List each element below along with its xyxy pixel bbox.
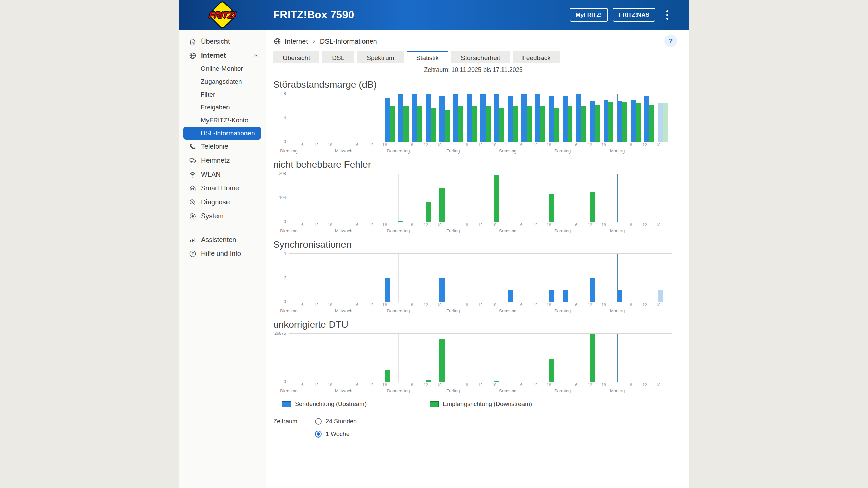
- sidebar-item-label: Hilfe und Info: [201, 250, 260, 258]
- hour-label: 12: [314, 223, 318, 227]
- gridline: [289, 358, 672, 358]
- hour-label: 6: [356, 223, 358, 227]
- y-axis-label: 4: [284, 115, 286, 120]
- sidebar-item-assistenten[interactable]: Assistenten: [179, 233, 266, 247]
- sidebar-item-wlan[interactable]: WLAN: [179, 167, 266, 181]
- fritz-logo-text: FRITZ!: [209, 10, 237, 20]
- y-axis-label: 8: [284, 91, 286, 96]
- hour-label: 18: [328, 143, 332, 147]
- bar-downstream: [636, 103, 641, 142]
- hour-label: 12: [423, 143, 428, 147]
- hour-label: 6: [630, 303, 632, 307]
- sidebar-item-uebersicht[interactable]: Übersicht: [179, 35, 266, 48]
- chart-title: Störabstandsmarge (dB): [273, 79, 689, 90]
- radio-1-woche[interactable]: 1 Woche: [315, 430, 357, 439]
- day-label: Mittwoch: [335, 228, 352, 233]
- y-axis-label: 0: [284, 139, 286, 144]
- radio-option-label: 24 Stunden: [326, 418, 357, 425]
- sidebar-item-filter[interactable]: Filter: [183, 88, 261, 101]
- globe-icon: [189, 52, 197, 60]
- bar-upstream: [508, 96, 513, 142]
- day-label: Dienstag: [280, 228, 297, 233]
- hour-label: 12: [533, 223, 537, 227]
- day-label: Mittwoch: [335, 388, 352, 393]
- sidebar-item-myfritz-konto[interactable]: MyFRITZ!-Konto: [183, 114, 261, 127]
- myfritz-button[interactable]: MyFRITZ!: [570, 8, 608, 22]
- bar-downstream: [581, 106, 586, 142]
- bar-upstream: [508, 290, 513, 302]
- sidebar-item-online-monitor[interactable]: Online-Monitor: [183, 62, 261, 75]
- day-label: Freitag: [446, 228, 460, 233]
- hour-label: 12: [478, 143, 482, 147]
- sidebar-item-hilfe-und-info[interactable]: ? Hilfe und Info: [179, 247, 266, 261]
- sidebar-item-dsl-informationen[interactable]: DSL-Informationen: [183, 127, 261, 140]
- day-gridline: [344, 334, 344, 382]
- tab-spektrum[interactable]: Spektrum: [357, 51, 403, 63]
- tab-dsl[interactable]: DSL: [322, 51, 354, 63]
- radio-24-stunden[interactable]: 24 Stunden: [315, 417, 357, 426]
- hour-label: 18: [492, 383, 496, 387]
- hour-label: 6: [411, 223, 413, 227]
- sidebar-item-label: WLAN: [201, 170, 260, 178]
- day-label: Montag: [610, 308, 625, 313]
- gridline: [289, 370, 672, 370]
- sidebar-divider: [184, 228, 260, 228]
- day-gridline: [453, 254, 453, 302]
- bar-downstream: [403, 106, 409, 142]
- hour-label: 18: [547, 303, 551, 307]
- hour-label: 6: [411, 303, 413, 307]
- resync-marker-line: [617, 334, 618, 382]
- downstream-swatch-icon: [430, 401, 439, 407]
- day-label: Samstag: [499, 388, 516, 393]
- chevron-up-icon: [252, 52, 260, 60]
- tab-stoersicherheit[interactable]: Störsicherheit: [451, 51, 510, 63]
- sidebar-item-heimnetz[interactable]: Heimnetz: [179, 154, 266, 167]
- gridline: [289, 290, 672, 290]
- hour-label: 6: [466, 383, 468, 387]
- bar-downstream: [513, 106, 518, 142]
- bar-upstream: [563, 96, 568, 142]
- sidebar-item-diagnose[interactable]: Diagnose: [179, 195, 266, 209]
- hour-label: 6: [411, 143, 413, 147]
- fritznas-button[interactable]: FRITZ!NAS: [613, 8, 655, 22]
- gridline: [289, 210, 672, 210]
- chart-unkorrigierte-dtu: 026875Dienstag61218Mittwoch61218Donnerst…: [273, 333, 673, 394]
- day-label: Mittwoch: [335, 308, 352, 313]
- kebab-menu-icon[interactable]: [662, 9, 672, 21]
- day-label: Dienstag: [280, 148, 297, 154]
- sidebar-item-system[interactable]: System: [179, 209, 266, 223]
- hour-label: 6: [520, 303, 523, 307]
- sidebar-item-label: Heimnetz: [201, 157, 260, 164]
- gridline: [289, 186, 672, 186]
- fritzbox-app: FRITZ! FRITZ!Box 7590 MyFRITZ! FRITZ!NAS…: [179, 0, 689, 488]
- sidebar-item-zugangsdaten[interactable]: Zugangsdaten: [183, 75, 261, 88]
- zeitraum-control: Zeitraum 24 Stunden 1 Woche: [273, 417, 689, 439]
- period-note: Zeitraum: 10.11.2025 bis 17.11.2025: [273, 66, 673, 74]
- day-label: Donnerstag: [387, 308, 410, 313]
- help-button[interactable]: ?: [664, 35, 677, 47]
- hour-label: 6: [466, 223, 468, 227]
- bar-upstream: [631, 100, 636, 142]
- hour-label: 6: [575, 303, 577, 307]
- sidebar-item-freigaben[interactable]: Freigaben: [183, 101, 261, 114]
- bar-downstream: [554, 108, 559, 142]
- hour-label: 18: [656, 223, 660, 227]
- hour-label: 12: [643, 383, 647, 387]
- bar-downstream: [622, 102, 627, 142]
- sidebar-item-smart-home[interactable]: Smart Home: [179, 181, 266, 195]
- day-gridline: [398, 254, 399, 302]
- tab-statistik[interactable]: Statistik: [407, 51, 449, 63]
- sidebar-item-label: Assistenten: [201, 236, 260, 244]
- sidebar-item-telefonie[interactable]: Telefonie: [179, 140, 266, 154]
- tab-feedback[interactable]: Feedback: [513, 51, 560, 63]
- hour-label: 12: [369, 223, 373, 227]
- hour-label: 18: [328, 383, 332, 387]
- bar-downstream: [595, 105, 600, 142]
- sidebar-item-internet[interactable]: Internet: [179, 48, 266, 62]
- fritz-logo[interactable]: FRITZ!: [179, 1, 266, 28]
- breadcrumb: Internet DSL-Informationen: [273, 37, 377, 45]
- hour-label: 18: [547, 143, 551, 147]
- tab-uebersicht[interactable]: Übersicht: [273, 51, 319, 63]
- tab-bar: Übersicht DSL Spektrum Statistik Störsic…: [273, 51, 689, 63]
- breadcrumb-section[interactable]: Internet: [285, 38, 308, 45]
